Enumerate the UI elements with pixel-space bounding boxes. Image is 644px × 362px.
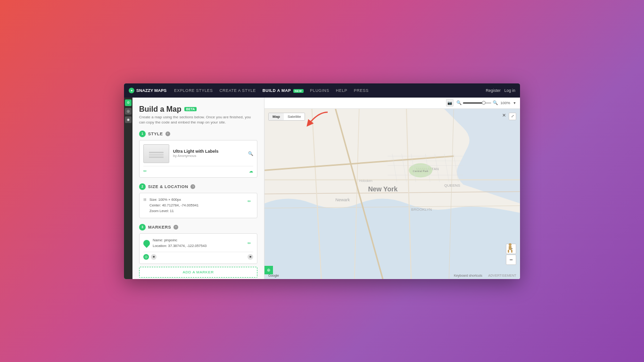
svg-text:Central Park: Central Park [413, 170, 429, 173]
sidebar-icon-2[interactable]: ◎ [125, 108, 132, 115]
nav-plugins[interactable]: PLUGINS [310, 88, 330, 93]
style-author: by Anonymous [173, 154, 244, 158]
section-num-2: 2 [139, 183, 146, 190]
map-footer: Google [268, 274, 279, 277]
marker-actions: ◎ ■ ■ [143, 252, 253, 260]
add-marker-button[interactable]: ADD A MARKER [139, 267, 257, 278]
svg-text:Hoboken: Hoboken [359, 179, 372, 182]
map-close-btn[interactable]: ✕ [502, 113, 506, 118]
view-style-icon[interactable]: ☁ [249, 169, 253, 173]
style-card: Ultra Light with Labels by Anonymous 🔍 ✏… [139, 140, 257, 178]
marker-info: Name: pinpoinc Location: 37.387474, -122… [153, 238, 253, 249]
svg-text:BROOKLYN: BROOKLYN [411, 207, 432, 211]
tab-satellite[interactable]: Satellite [284, 113, 305, 120]
sidebar: ⚙ ◎ ◉ [124, 98, 132, 279]
svg-point-29 [509, 243, 512, 246]
nav-help[interactable]: HELP [336, 88, 347, 93]
marker-name-text: Name: pinpoinc [153, 238, 253, 243]
nav-press[interactable]: PRESS [354, 88, 369, 93]
size-title: SIZE & LOCATION [148, 184, 188, 189]
bottom-sidebar-icon[interactable]: ⊕ [264, 266, 273, 274]
size-info-icon[interactable]: ? [190, 184, 195, 189]
marker-card: Name: pinpoinc Location: 37.387474, -122… [139, 233, 257, 264]
svg-rect-31 [508, 250, 509, 253]
markers-section-header: 3 MARKERS ? [139, 224, 257, 230]
edit-size-icon[interactable]: ✏ [248, 199, 251, 204]
zoom-out-button[interactable]: − [506, 255, 516, 265]
style-name: Ultra Light with Labels [173, 149, 244, 154]
map-svg: New York Newark MANHATTAN QUEENS BROOKLY… [264, 109, 520, 279]
sidebar-icon-3[interactable]: ◉ [125, 116, 132, 123]
nav-create[interactable]: CREATE A STYLE [219, 88, 256, 93]
login-button[interactable]: Log in [504, 88, 515, 93]
center-text: Center: 40.712784, -74.005941 [149, 203, 253, 208]
style-preview [143, 144, 169, 163]
style-section: 1 STYLE ? Ultra Light with Labels by Ano… [139, 131, 257, 178]
advertisement: ADVERTISEMENT [488, 274, 516, 277]
add-marker-wrapper: ADD A MARKER [139, 267, 257, 278]
sidebar-icon-1[interactable]: ⚙ [125, 99, 132, 106]
nav-build[interactable]: BUILD A MAP NEW [263, 88, 304, 93]
panel-description: Create a map using the sections below. O… [139, 115, 257, 125]
size-card-inner: ⊞ Size: 100% × 600px Center: 40.712784, … [143, 197, 253, 214]
size-text: Size: 100% × 600px [149, 197, 253, 203]
zoom-fill [463, 102, 484, 104]
zoom-slider[interactable]: 🔍 🔍 [456, 100, 498, 105]
svg-text:New York: New York [368, 185, 398, 193]
logo: ● SNAZZY MAPS [129, 88, 166, 93]
zoom-track[interactable] [463, 102, 491, 104]
logo-icon: ● [129, 88, 134, 93]
nav-explore[interactable]: EXPLORE STYLES [174, 88, 213, 93]
register-button[interactable]: Register [486, 88, 501, 93]
marker-delete-btn[interactable]: ■ [151, 254, 157, 260]
edit-marker-icon[interactable]: ✏ [248, 241, 251, 246]
map-expand: ⤢ [509, 113, 516, 120]
markers-section: 3 MARKERS ? Name: pinpoinc Location: 37.… [139, 224, 257, 278]
zoom-thumb [482, 101, 486, 105]
keyboard-shortcuts[interactable]: Keyboard shortcuts [454, 274, 482, 277]
browser-window: ● SNAZZY MAPS EXPLORE STYLES CREATE A ST… [124, 83, 520, 279]
map-container: New York Newark MANHATTAN QUEENS BROOKLY… [264, 109, 520, 279]
zoom-out-icon: 🔍 [456, 100, 462, 105]
navbar: ● SNAZZY MAPS EXPLORE STYLES CREATE A ST… [124, 83, 520, 98]
svg-rect-32 [511, 250, 512, 253]
style-card-inner: Ultra Light with Labels by Anonymous 🔍 [143, 144, 253, 163]
section-num-3: 3 [139, 224, 146, 230]
zoom-dropdown-arrow[interactable]: ▼ [513, 101, 516, 105]
zoom-in-icon: 🔍 [493, 100, 498, 105]
style-info-icon[interactable]: ? [165, 132, 170, 136]
marker-location-text: Location: 37.387474, -122.057543 [153, 243, 253, 249]
marker-view-btn[interactable]: ◎ [143, 254, 149, 260]
edit-style-icon[interactable]: ✏ [143, 169, 147, 173]
expand-icon[interactable]: ⤢ [509, 113, 516, 120]
main-layout: ⚙ ◎ ◉ Build a Map BETA Create a map usin… [124, 98, 520, 279]
size-card: ⊞ Size: 100% × 600px Center: 40.712784, … [139, 193, 257, 218]
size-info: Size: 100% × 600px Center: 40.712784, -7… [149, 197, 253, 214]
svg-text:Newark: Newark [335, 197, 350, 202]
pegman[interactable] [507, 243, 513, 252]
search-icon[interactable]: 🔍 [248, 151, 253, 156]
style-title: STYLE [148, 132, 163, 136]
style-preview-map [144, 145, 169, 163]
tab-map[interactable]: Map [269, 113, 284, 120]
left-panel: Build a Map BETA Create a map using the … [132, 98, 264, 279]
page-title: Build a Map BETA [139, 105, 257, 114]
zoom-text: Zoom Level: 11 [149, 208, 253, 214]
svg-rect-30 [509, 246, 512, 250]
size-section: 2 SIZE & LOCATION ? ⊞ Size: 100% × 600px… [139, 183, 257, 218]
google-attribution: Google [268, 274, 279, 277]
marker-extra-btn[interactable]: ■ [248, 254, 253, 260]
markers-info-icon[interactable]: ? [173, 225, 178, 230]
svg-text:QUEENS: QUEENS [444, 183, 460, 188]
markers-title: MARKERS [148, 225, 171, 230]
nav-actions: Register Log in [486, 88, 515, 93]
resize-icon: ⊞ [143, 197, 147, 202]
logo-text: SNAZZY MAPS [136, 88, 166, 93]
nav-badge: NEW [293, 89, 304, 93]
screenshot-icon[interactable]: 📷 [446, 99, 454, 107]
nav-links: EXPLORE STYLES CREATE A STYLE BUILD A MA… [174, 88, 486, 93]
style-section-header: 1 STYLE ? [139, 131, 257, 137]
right-area: 📷 🔍 🔍 100% ▼ [264, 98, 520, 279]
marker-dot [142, 239, 151, 248]
map-toolbar: 📷 🔍 🔍 100% ▼ [264, 98, 520, 109]
